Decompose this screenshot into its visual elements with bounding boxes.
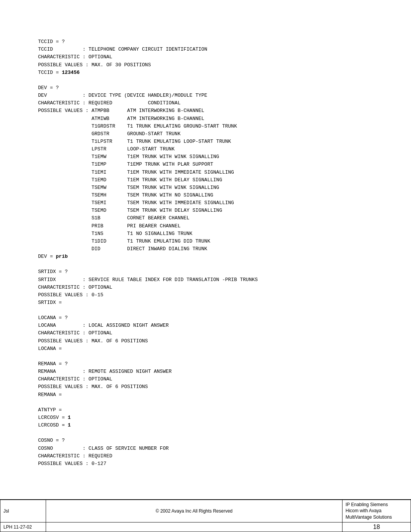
tccid-query-line: TCCID = ? TCCID : TELEPHONE COMPANY CIRC… — [38, 39, 258, 466]
lcrcosv-value: 1 — [68, 415, 71, 420]
page-content: TCCID = ? TCCID : TELEPHONE COMPANY CIRC… — [0, 0, 411, 490]
footer-product-line1: IP Enabling Siemens — [346, 502, 388, 507]
dev-value: prib — [56, 254, 68, 259]
footer-table: Jsl © 2002 Avaya Inc All Rights Reserved… — [0, 500, 411, 532]
footer-product-line2: Hicom with Avaya — [346, 508, 381, 513]
footer-row-2: LPH 11-27-02 18 — [0, 522, 411, 532]
footer-doc-id: LPH 11-27-02 — [0, 522, 46, 532]
page-footer: Jsl © 2002 Avaya Inc All Rights Reserved… — [0, 499, 411, 532]
tccid-value: 123456 — [62, 70, 80, 75]
main-text: TCCID = ? TCCID : TELEPHONE COMPANY CIRC… — [38, 30, 373, 483]
footer-author: Jsl — [0, 500, 46, 522]
footer-copyright: © 2002 Avaya Inc All Rights Reserved — [46, 500, 342, 522]
footer-bottom-center — [46, 522, 342, 532]
lcrcosd-value: 1 — [68, 422, 71, 428]
footer-product: IP Enabling Siemens Hicom with Avaya Mul… — [342, 500, 411, 522]
footer-product-line3: MultiVantage Solutions — [346, 514, 392, 520]
footer-page-number: 18 — [342, 522, 411, 532]
footer-row-1: Jsl © 2002 Avaya Inc All Rights Reserved… — [0, 500, 411, 522]
